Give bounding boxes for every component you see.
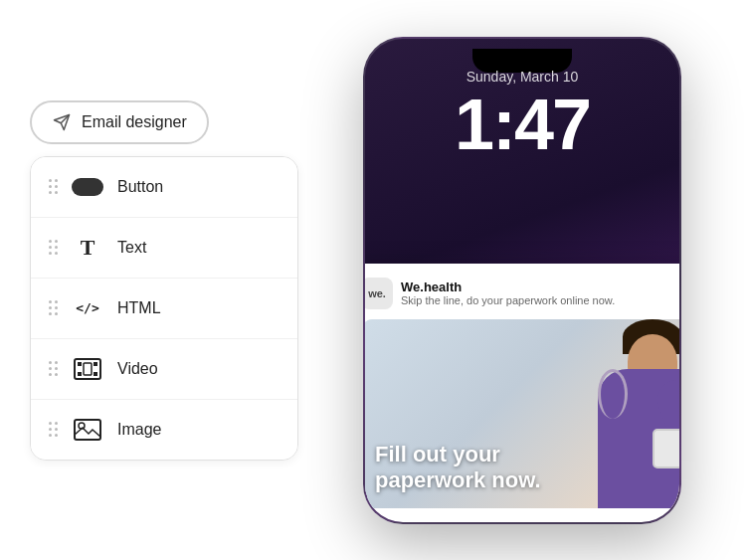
stethoscope xyxy=(598,369,628,419)
notification-header: we. We.health Skip the line, do your pap… xyxy=(363,278,681,309)
drag-handle xyxy=(49,361,58,376)
notification-text-overlay: Fill out your paperwork now. xyxy=(375,442,541,494)
notification-card: we. We.health Skip the line, do your pap… xyxy=(363,264,681,522)
svg-rect-5 xyxy=(78,372,82,376)
notification-app-info: We.health Skip the line, do your paperwo… xyxy=(401,280,676,306)
text-element-label: Text xyxy=(117,239,146,257)
video-element-icon xyxy=(72,353,103,385)
elements-panel: Button T Text </> HTML xyxy=(30,156,298,461)
tablet xyxy=(653,429,681,468)
notification-app-name: We.health xyxy=(401,280,676,294)
svg-rect-7 xyxy=(84,363,92,375)
image-element-icon xyxy=(72,414,103,446)
html-element-label: HTML xyxy=(117,299,161,317)
email-designer-button[interactable]: Email designer xyxy=(30,100,209,144)
drag-handle xyxy=(49,179,58,194)
notification-image: Fill out your paperwork now. xyxy=(363,319,681,508)
element-button-row[interactable]: Button xyxy=(31,157,297,218)
svg-rect-3 xyxy=(78,362,82,366)
phone-mockup: Sunday, March 10 1:47 we. We.health Skip… xyxy=(363,37,681,524)
drag-handle xyxy=(49,300,58,315)
email-designer-label: Email designer xyxy=(82,113,187,131)
svg-rect-6 xyxy=(93,372,97,376)
element-video-row[interactable]: Video xyxy=(31,339,297,400)
phone-time: 1:47 xyxy=(389,89,655,160)
svg-rect-4 xyxy=(93,362,97,366)
notification-headline-line2: paperwork now. xyxy=(375,467,541,493)
drag-handle xyxy=(49,240,58,255)
drag-handle xyxy=(49,422,58,437)
element-image-row[interactable]: Image xyxy=(31,400,297,460)
button-element-icon xyxy=(72,171,103,203)
video-element-label: Video xyxy=(117,360,158,378)
phone-top-bar: Sunday, March 10 1:47 xyxy=(365,39,679,160)
svg-rect-8 xyxy=(75,420,100,440)
nurse-figure xyxy=(568,329,681,508)
html-element-icon: </> xyxy=(72,292,103,324)
image-element-label: Image xyxy=(117,421,161,439)
notification-headline-line1: Fill out your xyxy=(375,442,541,467)
app-icon: we. xyxy=(363,278,393,309)
left-panel: Email designer Button T xyxy=(30,100,298,461)
notification-subtitle: Skip the line, do your paperwork online … xyxy=(401,294,676,306)
text-element-icon: T xyxy=(72,232,103,264)
element-text-row[interactable]: T Text xyxy=(31,218,297,279)
phone-date: Sunday, March 10 xyxy=(389,69,655,85)
element-html-row[interactable]: </> HTML xyxy=(31,279,297,339)
send-icon xyxy=(52,112,72,132)
right-panel: Sunday, March 10 1:47 we. We.health Skip… xyxy=(328,20,716,540)
button-element-label: Button xyxy=(117,178,163,196)
